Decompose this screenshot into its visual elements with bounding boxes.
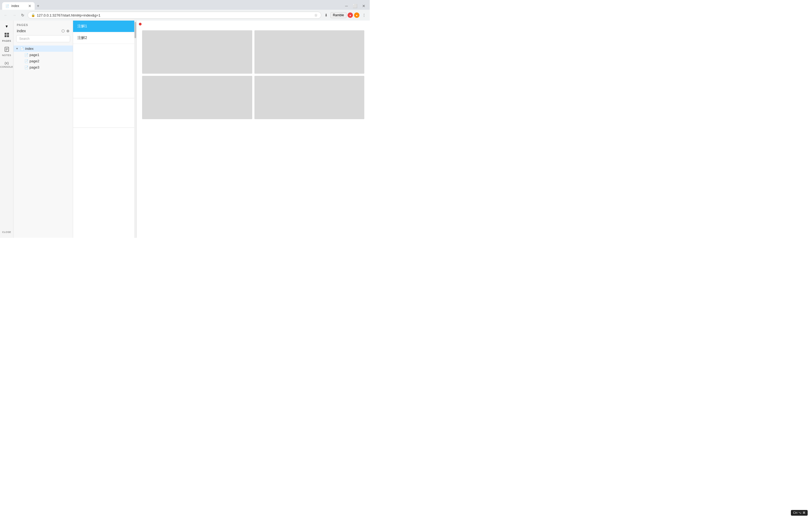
image-placeholder-3 xyxy=(142,76,252,119)
tree-file-icon-page3: 📄 xyxy=(24,66,28,69)
svg-rect-2 xyxy=(5,35,6,37)
reload-button[interactable]: ↻ xyxy=(20,12,26,19)
tree-item-page2[interactable]: 📄 page2 xyxy=(13,58,73,64)
image-grid xyxy=(142,30,364,119)
tree-item-page1[interactable]: 📄 page1 xyxy=(13,52,73,58)
annotations-panel: 注解1 注解2 xyxy=(73,21,137,238)
tree-view: ▼ 📄 index 📄 page1 📄 page2 📄 page3 xyxy=(13,45,73,238)
tree-item-page2-label: page2 xyxy=(29,59,39,63)
address-bar[interactable]: 🔒 127.0.0.1:32767/start.html#p=index&g=1… xyxy=(28,11,321,19)
tab-title: index xyxy=(11,4,26,8)
console-icon-label: CONSOLE xyxy=(0,66,13,68)
add-page-button[interactable]: ⊕ xyxy=(66,29,69,33)
tree-chevron-down-icon: ▼ xyxy=(16,47,19,50)
search-input[interactable] xyxy=(16,35,70,42)
tree-item-page3-label: page3 xyxy=(29,65,39,69)
ext-icon-red: ● xyxy=(347,12,353,18)
sidebar-chevron[interactable]: ▼ xyxy=(0,23,13,30)
ann-divider-1 xyxy=(73,98,134,98)
tree-item-page3[interactable]: 📄 page3 xyxy=(13,64,73,71)
tab-favicon: 📄 xyxy=(5,4,9,8)
maximize-button[interactable]: ⬜ xyxy=(351,3,359,9)
sidebar-item-console[interactable]: (x) CONSOLE xyxy=(0,59,13,71)
scrollbar-thumb xyxy=(135,22,136,38)
svg-rect-1 xyxy=(7,33,9,35)
tree-folder-icon: 📄 xyxy=(20,47,24,51)
current-page-name: index xyxy=(17,29,26,33)
notes-icon xyxy=(4,47,9,53)
main-content: CH ⌥ ⌘ xyxy=(137,21,370,238)
console-icon: (x) xyxy=(5,61,9,65)
sidebar-icons: ▼ PAGES NOTES xyxy=(0,21,13,238)
annotation-1-title: 注解1 xyxy=(77,24,87,28)
close-sidebar-button[interactable]: CLOSE xyxy=(1,229,12,236)
new-tab-button[interactable]: + xyxy=(36,2,40,9)
minimize-button[interactable]: ─ xyxy=(343,3,350,9)
annotation-item-1[interactable]: 注解1 xyxy=(73,21,134,32)
tab-bar: 📄 index ✕ + ─ ⬜ ✕ xyxy=(0,0,370,10)
svg-rect-0 xyxy=(5,33,6,35)
active-tab[interactable]: 📄 index ✕ xyxy=(2,2,35,10)
pages-panel: PAGES index ⬡ ⊕ ▼ 📄 index 📄 page1 xyxy=(13,21,73,238)
ramble-extension-button[interactable]: Ramble xyxy=(331,12,346,18)
sidebar-item-pages[interactable]: PAGES xyxy=(0,30,13,45)
toolbar-right: ⬇ Ramble ● ● ⋮ xyxy=(323,12,368,19)
download-button[interactable]: ⬇ xyxy=(323,12,329,19)
ann-spacer-3 xyxy=(73,128,134,155)
annotations-scrollbar[interactable] xyxy=(134,21,136,238)
bookmark-star-icon[interactable]: ☆ xyxy=(314,13,318,17)
menu-button[interactable]: ⋮ xyxy=(361,12,368,19)
pages-actions: ⬡ ⊕ xyxy=(61,29,69,33)
tree-item-index-label: index xyxy=(25,47,33,51)
pages-current-row: index ⬡ ⊕ xyxy=(13,28,73,35)
close-window-button[interactable]: ✕ xyxy=(360,3,368,9)
image-placeholder-2 xyxy=(254,30,365,74)
app: ▼ PAGES NOTES xyxy=(0,21,370,238)
tree-item-page1-label: page1 xyxy=(29,53,39,57)
tree-file-icon-page2: 📄 xyxy=(24,59,28,63)
ext-icon-orange: ● xyxy=(354,12,359,18)
annotation-item-2[interactable]: 注解2 xyxy=(73,32,134,44)
sidebar-item-notes[interactable]: NOTES xyxy=(0,45,13,59)
notes-icon-label: NOTES xyxy=(2,54,11,57)
export-page-button[interactable]: ⬡ xyxy=(61,29,65,33)
pages-icon xyxy=(4,32,9,39)
image-placeholder-4 xyxy=(254,76,365,119)
pin-marker xyxy=(139,23,142,25)
window-controls: ─ ⬜ ✕ xyxy=(343,3,368,9)
annotation-2-title: 注解2 xyxy=(77,35,87,40)
svg-rect-3 xyxy=(7,35,9,37)
ann-spacer-2 xyxy=(73,101,134,128)
back-button[interactable]: ← xyxy=(2,12,9,19)
tab-close-icon[interactable]: ✕ xyxy=(28,4,31,8)
toolbar: ← → ↻ 🔒 127.0.0.1:32767/start.html#p=ind… xyxy=(0,10,370,21)
address-lock-icon: 🔒 xyxy=(31,13,35,17)
image-placeholder-1 xyxy=(142,30,252,74)
address-text: 127.0.0.1:32767/start.html#p=index&g=1 xyxy=(37,13,313,17)
chevron-down-icon: ▼ xyxy=(5,24,8,28)
browser-chrome: 📄 index ✕ + ─ ⬜ ✕ ← → ↻ 🔒 127.0.0.1:3276… xyxy=(0,0,370,21)
tree-file-icon-page1: 📄 xyxy=(24,53,28,57)
pages-icon-label: PAGES xyxy=(2,40,11,42)
search-box xyxy=(16,35,70,42)
tree-item-index[interactable]: ▼ 📄 index xyxy=(13,46,73,52)
annotation-spacer xyxy=(73,44,134,98)
pages-header-label: PAGES xyxy=(17,23,28,27)
forward-button[interactable]: → xyxy=(11,12,18,19)
pages-header: PAGES xyxy=(13,21,73,28)
